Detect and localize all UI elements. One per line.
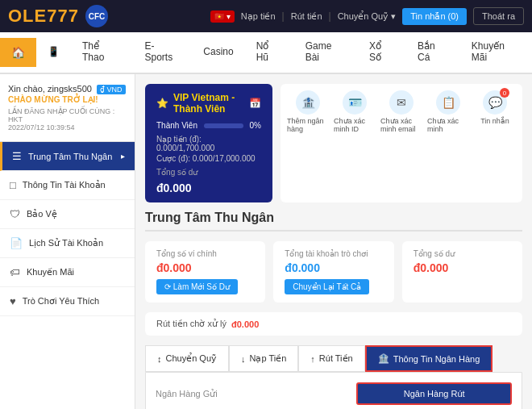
- last-login-label: LẦN ĐĂNG NHẬP CUỐI CÙNG : HKT: [8, 107, 127, 123]
- nav-phone[interactable]: 📱: [36, 38, 71, 67]
- bank-receive-button[interactable]: Ngân Hàng Rút: [356, 382, 512, 405]
- cuoc-stat: Cược (đ): 0.000/17,000.000: [156, 154, 261, 163]
- sidebar-item-bao-ve[interactable]: 🛡 Bảo Vệ: [0, 200, 135, 229]
- nap-tien-link[interactable]: Nạp tiền: [241, 11, 276, 22]
- stats-row: Tổng số ví chính đ0.000 ⟳ Làm Mới Số Dư …: [145, 241, 522, 303]
- widget-xac-minh-email[interactable]: ✉ Chưa xác minh email: [380, 90, 422, 133]
- stat-vi-chinh-label: Tổng số ví chính: [156, 249, 254, 258]
- sidebar-item-lich-su-tai-khoan[interactable]: 📄 Lịch Sử Tài Khoản: [0, 229, 135, 258]
- message-icon: 💬 0: [483, 90, 507, 115]
- chuyen-quy-icon: ↕: [157, 354, 162, 364]
- club-badge: CFC: [85, 5, 108, 27]
- pending-label: Rút tiền chờ xử lý: [156, 319, 227, 329]
- navbar: 🏠 📱 Thể Thao E-Sports Casino Nổ Hũ Game …: [0, 32, 532, 74]
- vip-card: ⭐ VIP Vietnam - Thành Viên 📅 Thành Viên …: [145, 84, 272, 202]
- widget-tin-nhan[interactable]: 💬 0 Tin nhắn: [474, 90, 516, 125]
- user-info: Xin chào, zingsks500 ₫ VND CHÀO MỪNG TRỞ…: [0, 74, 135, 142]
- widget-misc-label: Chưa xác minh: [427, 117, 469, 133]
- header: OLE777 CFC 🇻🇳 ▾ Nạp tiền | Rút tiền | Ch…: [0, 0, 532, 32]
- greeting-text: Xin chào, zingsks500: [8, 84, 92, 94]
- progress-bar-bg: [204, 123, 243, 128]
- menu-icon-account: □: [10, 179, 16, 191]
- menu-icon-shield: 🛡: [10, 208, 20, 220]
- nav-no-hu[interactable]: Nổ Hũ: [245, 32, 294, 73]
- chevron-right-icon: ▸: [121, 152, 125, 161]
- tab-chuyen-quy-label: Chuyển Quỹ: [166, 353, 218, 364]
- balance-label: Tổng số dư: [156, 168, 261, 177]
- refresh-balance-button[interactable]: ⟳ Làm Mới Số Dư: [156, 279, 238, 294]
- stat-vi-chinh-value: đ0.000: [156, 261, 254, 274]
- menu-icon-cashier: ☰: [12, 150, 22, 162]
- main-layout: Xin chào, zingsks500 ₫ VND CHÀO MỪNG TRỞ…: [0, 74, 532, 409]
- stat-vi-chinh: Tổng số ví chính đ0.000 ⟳ Làm Mới Số Dư: [145, 241, 265, 303]
- nav-the-thao[interactable]: Thể Thao: [71, 32, 133, 73]
- tab-bank-label: Thông Tin Ngân Hàng: [393, 354, 480, 364]
- menu-icon-promo: 🏷: [10, 266, 20, 278]
- tab-thong-tin-ngan-hang[interactable]: 🏦 Thông Tin Ngân Hàng: [365, 345, 493, 372]
- account-widgets: 🏦 Thêm ngân hàng 🪪 Chưa xác minh ID ✉ Ch…: [281, 84, 522, 202]
- stat-so-du-label: Tổng số dư: [414, 249, 511, 258]
- widget-ngan-hang[interactable]: 🏦 Thêm ngân hàng: [287, 90, 329, 133]
- tab-rut-tien[interactable]: ↑ Rút Tiền: [298, 345, 364, 372]
- widget-id-label: Chưa xác minh ID: [334, 117, 376, 133]
- sidebar-item-tro-choi-yeu-thich[interactable]: ♥ Trò Chơi Yêu Thích: [0, 287, 135, 316]
- stat-tro-choi-value: đ0.000: [285, 261, 382, 274]
- sidebar-label-security: Bảo Vệ: [27, 209, 57, 219]
- sidebar-item-khuyen-mai[interactable]: 🏷 Khuyến Mãi: [0, 258, 135, 287]
- nav-xo-so[interactable]: Xổ Số: [358, 32, 406, 73]
- inbox-button[interactable]: Tin nhắn (0): [402, 8, 467, 25]
- vip-stats: Nạp tiền (đ): 0.000/1,700.000 Cược (đ): …: [156, 135, 261, 163]
- vip-balance: đ0.000: [156, 182, 261, 194]
- bank-send-label: Ngân Hàng Gửi: [156, 389, 218, 399]
- content-area: ⭐ VIP Vietnam - Thành Viên 📅 Thành Viên …: [135, 74, 532, 409]
- widget-email-label: Chưa xác minh email: [380, 117, 422, 133]
- widget-bank-label: Thêm ngân hàng: [287, 117, 329, 133]
- nap-tien-stat: Nạp tiền (đ): 0.000/1,700.000: [156, 135, 261, 152]
- widget-xac-minh-id[interactable]: 🪪 Chưa xác minh ID: [334, 90, 376, 133]
- member-label: Thành Viên: [156, 121, 197, 130]
- pending-value: đ0.000: [231, 319, 259, 329]
- welcome-message: CHÀO MỪNG TRỞ LẠI!: [8, 95, 127, 104]
- calendar-icon: 📅: [249, 98, 261, 109]
- pending-row: Rút tiền chờ xử lý đ0.000: [145, 312, 522, 336]
- message-badge: 0: [500, 88, 509, 98]
- sidebar-item-trung-tam-thu-ngan[interactable]: ☰ Trung Tâm Thu Ngân ▸: [0, 142, 135, 171]
- stat-so-du: Tổng số dư đ0.000: [402, 241, 522, 303]
- nav-game-bai[interactable]: Game Bài: [294, 32, 358, 73]
- logout-button[interactable]: Thoát ra: [473, 7, 524, 25]
- cashier-title: Trung Tâm Thu Ngân: [145, 211, 522, 232]
- stat-tro-choi: Tổng tài khoản trò chơi đ0.000 Chuyển Lạ…: [273, 241, 393, 303]
- nav-ban-ca[interactable]: Bắn Cá: [406, 32, 460, 73]
- top-section: ⭐ VIP Vietnam - Thành Viên 📅 Thành Viên …: [145, 84, 522, 202]
- chuyen-quy-link[interactable]: Chuyển Quỹ ▾: [338, 11, 397, 22]
- sidebar-label-account: Thông Tin Tài Khoản: [23, 180, 106, 190]
- last-login-time: 2022/07/12 10:39:54: [8, 123, 127, 131]
- nav-casino[interactable]: Casino: [192, 38, 244, 67]
- rut-tien-link[interactable]: Rút tiền: [291, 11, 322, 22]
- nav-e-sports[interactable]: E-Sports: [133, 32, 192, 73]
- flag-selector[interactable]: 🇻🇳 ▾: [210, 10, 235, 23]
- sidebar-menu: ☰ Trung Tâm Thu Ngân ▸ □ Thông Tin Tài K…: [0, 142, 135, 316]
- widget-xac-minh-misc[interactable]: 📋 Chưa xác minh: [427, 90, 469, 133]
- vip-star-icon: ⭐: [156, 98, 168, 109]
- sidebar-label-cashier: Trung Tâm Thu Ngân: [28, 152, 112, 161]
- bank-tab-icon: 🏦: [378, 353, 389, 364]
- menu-icon-history: 📄: [10, 237, 23, 249]
- sidebar-item-thong-tin-tai-khoan[interactable]: □ Thông Tin Tài Khoản: [0, 171, 135, 200]
- transfer-all-button[interactable]: Chuyển Lại Tất Cả: [285, 279, 369, 294]
- bank-icon: 🏦: [296, 90, 320, 115]
- stat-so-du-value: đ0.000: [414, 261, 511, 274]
- progress-text: 0%: [250, 121, 261, 130]
- nav-khuyen-mai[interactable]: Khuyến Mãi: [460, 32, 532, 73]
- tab-nap-tien-label: Nạp Tiền: [250, 353, 287, 364]
- sidebar-label-favorites: Trò Chơi Yêu Thích: [23, 296, 99, 307]
- vip-title: VIP Vietnam - Thành Viên: [173, 92, 241, 115]
- sidebar: Xin chào, zingsks500 ₫ VND CHÀO MỪNG TRỞ…: [0, 74, 135, 409]
- nav-home[interactable]: 🏠: [0, 38, 36, 67]
- currency-badge: ₫ VND: [97, 85, 126, 94]
- tab-chuyen-quy[interactable]: ↕ Chuyển Quỹ: [145, 345, 229, 372]
- tab-nap-tien[interactable]: ↓ Nạp Tiền: [229, 345, 298, 372]
- id-icon: 🪪: [343, 90, 367, 115]
- tab-rut-tien-label: Rút Tiền: [319, 353, 353, 364]
- email-icon: ✉: [389, 90, 414, 115]
